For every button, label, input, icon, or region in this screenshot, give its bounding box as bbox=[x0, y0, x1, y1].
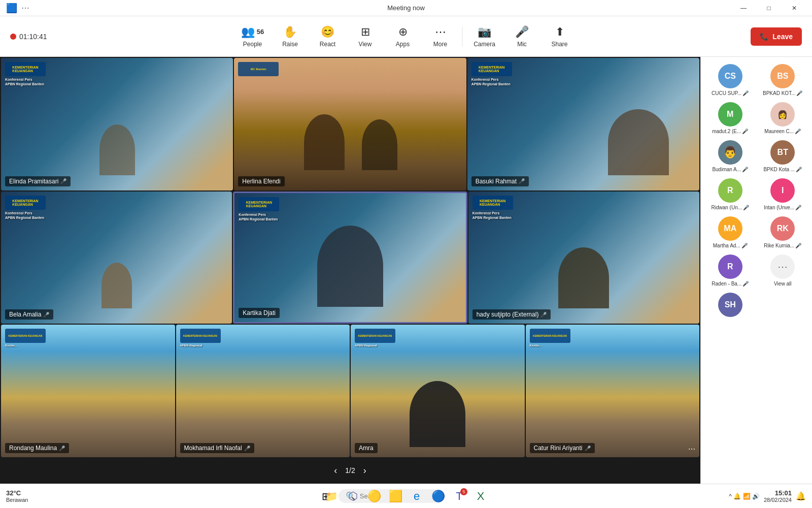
date-display: 28/02/2024 bbox=[764, 497, 792, 503]
mokhamad-name: Mokhamad Irfi Naofal bbox=[184, 444, 242, 452]
mic-icon: 🎤 bbox=[515, 25, 529, 39]
elinda-mic: 🎤 bbox=[60, 178, 66, 184]
apps-icon: ⊕ bbox=[398, 25, 408, 39]
bela-name: Bela Amalia bbox=[9, 311, 41, 318]
toolbar: 01:10:41 👥 56 People ✋ Raise 😊 React ⊞ bbox=[0, 16, 812, 57]
tile-bg-5: KEMENTERIANKEUANGAN Konferensi PersAPBN … bbox=[234, 193, 465, 323]
name-label-herlina: Herlina Efendi bbox=[238, 176, 284, 186]
catur-name: Catur Rini Ariyanti bbox=[534, 444, 583, 452]
mic-intan: 🎤 bbox=[795, 205, 801, 210]
ridwan-info: Ridwan (Un... 🎤 bbox=[711, 205, 749, 210]
share-label: Share bbox=[551, 41, 567, 48]
react-label: React bbox=[320, 41, 335, 48]
wm-title-4: Konferensi PersAPBN Regional Banten bbox=[5, 211, 46, 220]
notification-icon[interactable]: 🔔 bbox=[796, 491, 806, 501]
watermark-8: KEMENTERIAN KEUANGAN APBN Regional bbox=[180, 329, 221, 348]
mic-ridwan: 🎤 bbox=[743, 205, 749, 210]
bela-mic: 🎤 bbox=[43, 312, 49, 318]
initials-budiman: 👨 bbox=[723, 146, 737, 159]
name-ridwan: Ridwan (Un... bbox=[711, 205, 742, 210]
logo-1: KEMENTERIANKEUANGAN bbox=[5, 62, 46, 76]
view-all-cell[interactable]: ⋯ View all bbox=[758, 255, 808, 287]
tile-bg-10: KEMENTERIAN KEUANGAN Konfer... bbox=[526, 325, 700, 457]
name-label-amra: Amra bbox=[355, 443, 378, 453]
taskbar-edge[interactable]: e bbox=[408, 487, 426, 505]
video-tile-herlina: BC Banten Herlina Efendi bbox=[234, 58, 466, 190]
view-button[interactable]: ⊞ View bbox=[348, 20, 383, 53]
close-button[interactable]: ✕ bbox=[783, 0, 806, 16]
video-tile-amra: KEMENTERIAN KEUANGAN APBN Regional Amra bbox=[351, 325, 525, 457]
mic-button[interactable]: 🎤 Mic bbox=[504, 20, 540, 53]
initials-maureen: 👩 bbox=[777, 110, 788, 119]
basuki-mic: 🎤 bbox=[519, 178, 525, 184]
taskbar-teams-icon[interactable]: ⬡ bbox=[344, 487, 362, 505]
react-button[interactable]: 😊 React bbox=[310, 20, 346, 53]
teams-icon: ⬡ bbox=[348, 490, 358, 503]
page-indicator: 1/2 bbox=[345, 466, 355, 474]
camera-button[interactable]: 📷 Camera bbox=[467, 20, 502, 53]
camera-icon: 📷 bbox=[478, 25, 491, 39]
people-count: 56 bbox=[257, 28, 264, 36]
watermark-3: KEMENTERIANKEUANGAN Konferensi PersAPBN … bbox=[471, 62, 512, 86]
wm-title-3: Konferensi PersAPBN Regional Banten bbox=[471, 77, 512, 86]
main-area: KEMENTERIANKEUANGAN Konferensi PersAPBN … bbox=[0, 57, 812, 484]
view-label: View bbox=[359, 41, 372, 48]
raise-button[interactable]: ✋ Raise bbox=[273, 20, 308, 53]
share-button[interactable]: ⬆ Share bbox=[542, 20, 578, 53]
avatar-sh: SH bbox=[718, 293, 742, 317]
logo-10: KEMENTERIAN KEUANGAN bbox=[530, 329, 570, 343]
sidebar-row-5: MA Martha Ad... 🎤 RK Rike Kurnia... 🎤 bbox=[701, 213, 812, 251]
wm-title-7: Konfer... bbox=[5, 344, 46, 348]
taskbar-app3[interactable]: 🟨 bbox=[386, 487, 404, 505]
mic-label: Mic bbox=[517, 41, 527, 48]
maximize-button[interactable]: □ bbox=[757, 0, 781, 16]
taskbar-chrome[interactable]: 🔵 bbox=[429, 487, 447, 505]
apps-button[interactable]: ⊕ Apps bbox=[385, 20, 421, 53]
avatar-ridwan: R bbox=[718, 178, 742, 203]
people-icon: 👥 bbox=[241, 25, 255, 39]
next-page-button[interactable]: › bbox=[363, 465, 366, 476]
mic-maureen: 🎤 bbox=[795, 129, 801, 134]
video-row-3: KEMENTERIAN KEUANGAN Konfer... Rondang M… bbox=[1, 325, 699, 457]
tile-bg-4: KEMENTERIANKEUANGAN Konferensi PersAPBN … bbox=[1, 192, 232, 324]
sidebar-row-7: SH bbox=[701, 290, 812, 320]
prev-page-button[interactable]: ‹ bbox=[334, 465, 337, 476]
kartika-name: Kartika Djati bbox=[243, 309, 276, 316]
hady-name: hady sutjipto (External) bbox=[477, 311, 539, 318]
watermark-1: KEMENTERIANKEUANGAN Konferensi PersAPBN … bbox=[5, 62, 46, 86]
initials-sh: SH bbox=[725, 300, 736, 309]
initials-bt: BT bbox=[777, 148, 788, 157]
name-label-rondang: Rondang Maulina 🎤 bbox=[5, 443, 69, 453]
wm-title-6: Konferensi PersAPBN Regional Banten bbox=[472, 211, 513, 220]
leave-button[interactable]: 📞 Leave bbox=[751, 27, 802, 46]
tile-bg-9: KEMENTERIAN KEUANGAN APBN Regional bbox=[351, 325, 525, 457]
taskbar-teams2[interactable]: T 5 bbox=[450, 487, 468, 505]
catur-more-options[interactable]: ⋯ bbox=[688, 445, 695, 453]
participant-budiman: 👨 Budiman A... 🎤 bbox=[705, 140, 756, 172]
wm-title-9: APBN Regional bbox=[355, 344, 395, 348]
sidebar-row-6: R Raden - Ba... 🎤 ⋯ View all bbox=[701, 251, 812, 290]
raise-icon: ✋ bbox=[283, 25, 297, 39]
more-button[interactable]: ⋯ More bbox=[423, 20, 458, 53]
video-row-1: KEMENTERIANKEUANGAN Konferensi PersAPBN … bbox=[1, 58, 699, 190]
watermark-4: KEMENTERIANKEUANGAN Konferensi PersAPBN … bbox=[5, 196, 46, 220]
dots-menu[interactable]: ⋯ bbox=[21, 3, 29, 13]
participants-sidebar: CS CUCU SUP... 🎤 BS BPKAD KOT... 🎤 bbox=[700, 57, 812, 484]
leave-phone-icon: 📞 bbox=[760, 33, 768, 41]
taskbar-excel[interactable]: X bbox=[471, 487, 490, 505]
sidebar-row-3: 👨 Budiman A... 🎤 BT BPKD Kota ... 🎤 bbox=[701, 137, 812, 175]
edge-icon: e bbox=[414, 490, 420, 503]
name-bt: BPKD Kota ... bbox=[763, 167, 795, 172]
people-button[interactable]: 👥 56 People bbox=[235, 20, 270, 53]
taskbar-file-explorer[interactable]: 📁 bbox=[322, 487, 341, 505]
participant-sh: SH bbox=[705, 293, 756, 317]
name-cs: CUCU SUP... bbox=[712, 90, 741, 96]
rondang-mic: 🎤 bbox=[59, 446, 65, 451]
wm-title-5: Konferensi PersAPBN Regional Banten bbox=[239, 212, 279, 221]
tile-bg-6: KEMENTERIANKEUANGAN Konferensi PersAPBN … bbox=[468, 192, 699, 324]
avatar-maureen: 👩 bbox=[770, 102, 795, 126]
weather-widget: 32°C Berawan bbox=[6, 489, 28, 503]
minimize-button[interactable]: — bbox=[732, 0, 755, 16]
more-icon: ⋯ bbox=[435, 25, 446, 39]
taskbar-app2[interactable]: 🟡 bbox=[365, 487, 383, 505]
